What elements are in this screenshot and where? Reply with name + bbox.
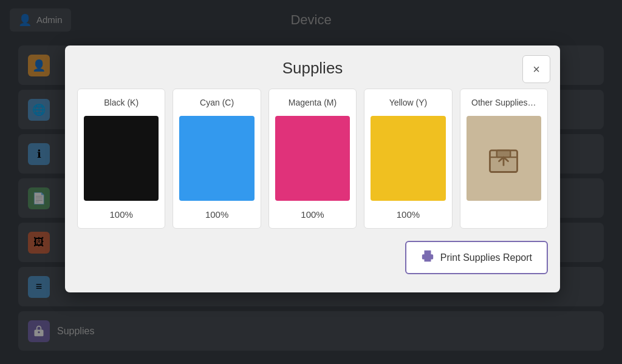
supply-card-other: Other Supplies…: [460, 89, 548, 229]
supply-magenta-percent: 100%: [301, 209, 324, 220]
printer-icon: [421, 249, 434, 266]
supplies-modal: Supplies × Black (K) 100% Cyan (C) 100% …: [65, 46, 560, 292]
close-icon: ×: [533, 62, 540, 76]
supply-magenta-label: Magenta (M): [289, 98, 337, 107]
print-btn-row: Print Supplies Report: [65, 229, 560, 274]
supply-cyan-block: [179, 116, 254, 201]
print-supplies-report-button[interactable]: Print Supplies Report: [405, 241, 548, 274]
svg-rect-2: [497, 150, 511, 157]
supply-yellow-block: [371, 116, 445, 201]
supply-card-cyan: Cyan (C) 100%: [173, 89, 261, 229]
close-button[interactable]: ×: [522, 55, 550, 83]
box-upload-icon: [485, 140, 522, 177]
supply-magenta-block: [275, 116, 350, 201]
supply-other-label: Other Supplies…: [471, 98, 536, 107]
supplies-row: Black (K) 100% Cyan (C) 100% Magenta (M)…: [65, 89, 560, 229]
supply-black-percent: 100%: [110, 209, 133, 220]
supply-card-magenta: Magenta (M) 100%: [268, 89, 357, 229]
modal-header: Supplies ×: [65, 46, 560, 89]
supply-card-yellow: Yellow (Y) 100%: [364, 89, 452, 229]
supply-cyan-label: Cyan (C): [200, 98, 234, 107]
other-supplies-icon-box: [466, 116, 541, 201]
supply-card-black: Black (K) 100%: [77, 89, 165, 229]
supply-cyan-percent: 100%: [205, 209, 228, 220]
supply-black-label: Black (K): [104, 98, 138, 107]
supply-yellow-percent: 100%: [397, 209, 420, 220]
print-btn-label: Print Supplies Report: [440, 252, 532, 263]
modal-title: Supplies: [282, 59, 343, 78]
supply-black-block: [84, 116, 159, 201]
supply-yellow-label: Yellow (Y): [389, 98, 428, 107]
printer-svg: [421, 249, 434, 263]
